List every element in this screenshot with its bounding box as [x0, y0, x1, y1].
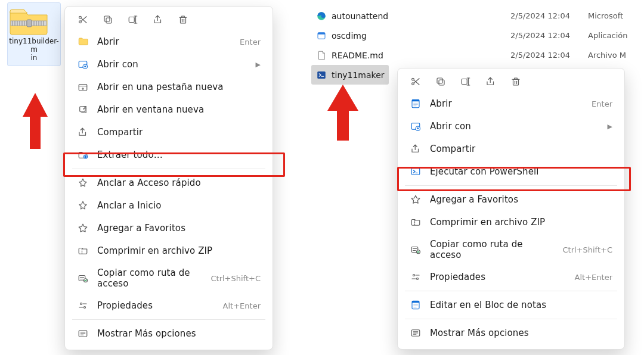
menu-item-notepad[interactable]: Editar en el Bloc de notas: [398, 294, 624, 316]
menu-item-label: Mostrar Más opciones: [430, 328, 612, 338]
share-icon: [410, 143, 422, 155]
exe-file-icon: [315, 29, 328, 42]
file-row[interactable]: README.md2/5/2024 12:04Archivo M: [311, 45, 643, 65]
file-row[interactable]: oscdimg2/5/2024 12:04Aplicación: [311, 26, 643, 45]
menu-item-label: Compartir: [430, 144, 612, 154]
share-icon: [77, 126, 89, 138]
file-name: autounattend: [332, 11, 510, 21]
menu-item-label: Abrir con: [97, 59, 244, 70]
menu-shortcut: Enter: [592, 99, 612, 108]
menu-item-pin[interactable]: Anclar a Inicio: [65, 194, 273, 217]
cut-icon[interactable]: [410, 76, 422, 88]
menu-item-share[interactable]: Compartir: [398, 138, 624, 160]
menu-item-label: Propiedades: [97, 300, 215, 311]
menu-item-pin[interactable]: Anclar a Acceso rápido: [65, 172, 273, 194]
openwith-icon: [410, 120, 422, 132]
share-icon[interactable]: [152, 14, 164, 26]
openwith-icon: [77, 58, 89, 70]
svg-point-84: [417, 278, 419, 280]
menu-item-label: Abrir: [430, 98, 583, 109]
file-date: 2/5/2024 12:04: [510, 51, 588, 60]
menu-separator: [72, 319, 265, 320]
menu-item-label: Agregar a Favoritos: [430, 194, 612, 205]
props-icon: [77, 300, 89, 312]
menu-item-label: Propiedades: [430, 272, 566, 282]
notepad-icon: [410, 299, 422, 311]
menu-item-openwith[interactable]: Abrir con▶: [65, 53, 273, 76]
desktop-zip-icon[interactable]: tiny11builder-min: [7, 2, 61, 66]
menu-item-label: Mostrar Más opciones: [97, 328, 261, 339]
more-icon: [77, 328, 89, 340]
powershell-icon: [410, 166, 422, 178]
menu-item-notepad[interactable]: AbrirEnter: [398, 92, 624, 115]
copypath-icon: [410, 244, 422, 256]
rename-icon[interactable]: [460, 76, 472, 88]
menu-item-powershell[interactable]: Ejecutar con PowerShell: [398, 160, 624, 183]
file-type: Archivo M: [588, 51, 626, 60]
menu-item-label: Abrir en una pestaña nueva: [97, 82, 261, 92]
file-file-icon: [315, 49, 328, 62]
file-row[interactable]: tiny11maker: [311, 65, 389, 85]
newwin-icon: [77, 104, 89, 116]
menu-item-label: Comprimir en archivo ZIP: [97, 245, 261, 256]
menu-item-openwith[interactable]: Abrir con▶: [398, 115, 624, 138]
menu-item-extract[interactable]: Extraer todo…: [65, 144, 273, 166]
chevron-right-icon: ▶: [604, 123, 612, 130]
menu-item-copypath[interactable]: Copiar como ruta de accesoCtrl+Shift+C: [65, 262, 273, 294]
file-name: tiny11maker: [332, 70, 385, 80]
share-icon[interactable]: [485, 76, 497, 88]
menu-item-props[interactable]: PropiedadesAlt+Enter: [65, 294, 273, 317]
delete-icon[interactable]: [510, 76, 522, 88]
svg-rect-24: [106, 18, 112, 23]
file-row[interactable]: autounattend2/5/2024 12:04Microsoft: [311, 6, 643, 26]
menu-separator: [72, 169, 265, 169]
chevron-right-icon: ▶: [252, 61, 261, 68]
menu-item-zip[interactable]: Comprimir en archivo ZIP: [65, 239, 273, 262]
folder-icon: [77, 36, 89, 48]
copy-icon[interactable]: [435, 76, 447, 88]
menu-item-label: Compartir: [97, 127, 261, 138]
svg-rect-60: [437, 78, 442, 83]
svg-rect-65: [513, 79, 519, 85]
cut-icon[interactable]: [77, 14, 89, 26]
svg-point-49: [84, 307, 86, 309]
menu-separator: [405, 319, 617, 319]
svg-rect-87: [412, 301, 419, 303]
menu-item-zip[interactable]: Comprimir en archivo ZIP: [398, 211, 624, 233]
menu-item-label: Anclar a Inicio: [97, 200, 261, 211]
notepad-icon: [410, 98, 422, 110]
menu-item-star[interactable]: Agregar a Favoritos: [398, 188, 624, 211]
copy-icon[interactable]: [102, 14, 114, 26]
delete-icon[interactable]: [177, 14, 189, 26]
svg-point-47: [80, 303, 82, 305]
menu-item-label: Editar en el Bloc de notas: [430, 300, 612, 310]
menu-item-label: Agregar a Favoritos: [97, 223, 261, 233]
menu-item-label: Comprimir en archivo ZIP: [430, 217, 612, 228]
svg-rect-61: [462, 79, 467, 85]
menu-item-share[interactable]: Compartir: [65, 121, 273, 144]
menu-shortcut: Ctrl+Shift+C: [562, 245, 612, 254]
svg-rect-39: [80, 107, 85, 112]
menu-item-star[interactable]: Agregar a Favoritos: [65, 217, 273, 239]
file-type: Aplicación: [588, 31, 627, 40]
menu-item-copypath[interactable]: Copiar como ruta de accesoCtrl+Shift+C: [398, 233, 624, 266]
rename-icon[interactable]: [127, 14, 139, 26]
pin-icon: [77, 200, 89, 211]
menu-item-newtab[interactable]: Abrir en una pestaña nueva: [65, 76, 273, 98]
menu-toolbar: [398, 72, 624, 92]
file-date: 2/5/2024 12:04: [510, 31, 588, 40]
menu-shortcut: Alt+Enter: [223, 301, 261, 310]
svg-rect-25: [104, 16, 110, 21]
extract-icon: [77, 149, 89, 161]
copypath-icon: [77, 272, 89, 284]
menu-item-folder[interactable]: AbrirEnter: [65, 30, 273, 53]
menu-item-props[interactable]: PropiedadesAlt+Enter: [398, 266, 624, 288]
menu-separator: [405, 291, 617, 291]
menu-item-more[interactable]: Mostrar Más opciones: [65, 322, 273, 345]
context-menu-zip: AbrirEnterAbrir con▶Abrir en una pestaña…: [64, 6, 273, 350]
menu-item-label: Extraer todo…: [97, 150, 261, 160]
menu-shortcut: Ctrl+Shift+C: [210, 274, 261, 283]
menu-item-newwin[interactable]: Abrir en ventana nueva: [65, 98, 273, 121]
menu-item-more[interactable]: Mostrar Más opciones: [398, 322, 624, 344]
red-arrow-left: [23, 93, 48, 149]
